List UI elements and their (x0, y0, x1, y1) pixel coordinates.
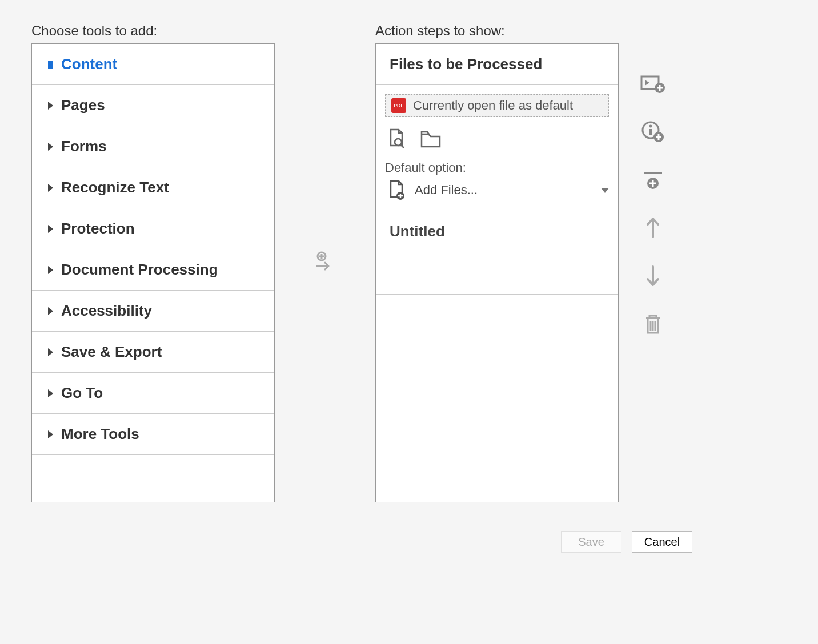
move-down-button[interactable] (640, 263, 665, 288)
empty-step-slot[interactable] (376, 251, 618, 295)
tool-category[interactable]: Content (32, 44, 274, 85)
add-step-icon[interactable] (314, 250, 336, 275)
tool-category[interactable]: Recognize Text (32, 167, 274, 208)
tool-category[interactable]: Go To (32, 373, 274, 414)
tool-category-label: Recognize Text (61, 179, 169, 196)
files-body: PDF Currently open file as default Defau… (376, 85, 618, 212)
add-file-icon (385, 179, 408, 202)
cancel-button[interactable]: Cancel (632, 531, 692, 553)
chevron-right-icon (48, 266, 53, 274)
svg-rect-15 (649, 129, 652, 135)
default-option-label: Default option: (385, 160, 609, 175)
tool-category-label: Pages (61, 96, 105, 114)
svg-point-14 (649, 125, 652, 128)
save-button: Save (561, 531, 621, 553)
chevron-right-icon (48, 143, 53, 151)
tool-category[interactable]: Protection (32, 208, 274, 249)
default-option-value: Add Files... (415, 183, 478, 198)
move-up-button[interactable] (640, 215, 665, 240)
chevron-right-icon (48, 184, 53, 192)
tool-category[interactable]: More Tools (32, 414, 274, 455)
chevron-right-icon (48, 348, 53, 356)
delete-button[interactable] (640, 311, 665, 336)
tool-category-label: Go To (61, 384, 103, 402)
chevron-down-icon (601, 188, 609, 193)
tool-category-label: Forms (61, 138, 106, 155)
pdf-icon: PDF (391, 98, 406, 113)
files-header: Files to be Processed (376, 44, 618, 85)
tool-category-label: Document Processing (61, 261, 218, 279)
current-file-label: Currently open file as default (413, 98, 573, 113)
action-steps-label: Action steps to show: (375, 23, 619, 39)
chevron-right-icon (48, 307, 53, 315)
chevron-right-icon (48, 102, 53, 110)
tool-category[interactable]: Document Processing (32, 249, 274, 291)
chevron-right-icon (48, 389, 53, 397)
tool-category-label: Content (61, 55, 117, 73)
current-file-item[interactable]: PDF Currently open file as default (385, 94, 609, 117)
action-name-header[interactable]: Untitled (376, 212, 618, 251)
tool-category[interactable]: Accessibility (32, 291, 274, 332)
add-panel-button[interactable] (640, 71, 665, 96)
tool-category-label: More Tools (61, 425, 139, 443)
steps-panel: Files to be Processed PDF Currently open… (375, 43, 619, 502)
add-instruction-button[interactable] (640, 119, 665, 144)
tools-panel: ContentPagesFormsRecognize TextProtectio… (31, 43, 275, 502)
svg-marker-9 (645, 80, 649, 86)
browse-file-icon[interactable] (385, 127, 408, 150)
chevron-right-icon (48, 430, 53, 438)
tool-category-label: Save & Export (61, 343, 162, 361)
default-option-select[interactable]: Add Files... (385, 179, 609, 202)
tool-category[interactable]: Forms (32, 126, 274, 167)
tool-category-label: Protection (61, 220, 135, 238)
tool-category-label: Accessibility (61, 302, 152, 320)
tool-category[interactable]: Pages (32, 85, 274, 126)
browse-folder-icon[interactable] (419, 127, 442, 150)
add-divider-button[interactable] (640, 167, 665, 192)
tool-category[interactable]: Save & Export (32, 332, 274, 373)
chevron-right-icon (48, 225, 53, 233)
chevron-right-icon (48, 61, 53, 69)
choose-tools-label: Choose tools to add: (31, 23, 275, 39)
